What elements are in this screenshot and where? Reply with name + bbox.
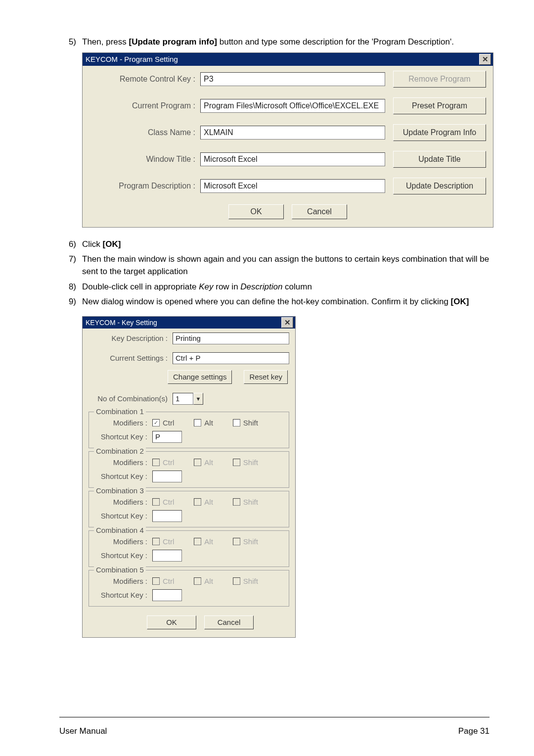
- dialog1-titlebar: KEYCOM - Program Setting ✕: [83, 53, 493, 66]
- current-settings-field[interactable]: Ctrl + P: [173, 352, 289, 364]
- cancel-button[interactable]: Cancel: [292, 204, 347, 219]
- dialog2-titlebar: KEYCOM - Key Setting ✕: [83, 317, 295, 329]
- ok-button[interactable]: OK: [228, 204, 284, 219]
- label-class-name: Class Name :: [89, 128, 200, 137]
- ctrl-checkbox[interactable]: ✓Ctrl: [152, 419, 174, 427]
- label-window-title: Window Title :: [89, 155, 200, 164]
- ctrl-checkbox: Ctrl: [152, 458, 174, 467]
- shortcut-key-field[interactable]: P: [152, 431, 182, 443]
- remote-control-key-field[interactable]: P3: [200, 72, 385, 86]
- no-of-combinations-select[interactable]: 1 ▼: [173, 393, 203, 405]
- cancel-button[interactable]: Cancel: [204, 615, 254, 629]
- shift-checkbox[interactable]: Shift: [233, 419, 258, 427]
- current-program-field[interactable]: Program Files\Microsoft Office\Office\EX…: [200, 99, 385, 113]
- step-5-text-a: Then, press: [82, 37, 129, 47]
- update-title-button[interactable]: Update Title: [393, 151, 486, 168]
- alt-checkbox: Alt: [194, 458, 213, 467]
- footer-rule: [59, 717, 490, 717]
- label-current-program: Current Program :: [89, 101, 200, 110]
- preset-program-button[interactable]: Preset Program: [393, 97, 486, 114]
- class-name-field[interactable]: XLMAIN: [200, 126, 385, 140]
- window-title-field[interactable]: Microsoft Excel: [200, 152, 385, 166]
- footer-left: User Manual: [59, 726, 107, 736]
- update-description-button[interactable]: Update Description: [393, 178, 486, 194]
- key-description-field[interactable]: Printing: [173, 332, 289, 344]
- combination-4-group: Combination 4 Modifiers : Ctrl Alt Shift…: [89, 530, 289, 567]
- combination-2-group: Combination 2 Modifiers : Ctrl Alt Shift…: [89, 451, 289, 488]
- reset-key-button[interactable]: Reset key: [244, 370, 288, 384]
- change-settings-button[interactable]: Change settings: [168, 370, 232, 384]
- close-icon[interactable]: ✕: [479, 54, 491, 65]
- shortcut-key-field: [152, 471, 182, 482]
- close-icon[interactable]: ✕: [281, 317, 293, 328]
- remove-program-button: Remove Program: [393, 71, 486, 88]
- step-5: 5) Then, press [Update program info] but…: [59, 36, 490, 48]
- shortcut-key-field: [152, 550, 182, 562]
- step-5-text-c: button and type some description for the…: [217, 37, 454, 47]
- label-remote-control-key: Remote Control Key :: [89, 75, 200, 84]
- program-setting-dialog: KEYCOM - Program Setting ✕ Remote Contro…: [82, 52, 493, 228]
- footer-right: Page 31: [458, 726, 490, 736]
- chevron-down-icon[interactable]: ▼: [193, 393, 203, 405]
- step-9: 9) New dialog window is opened where you…: [59, 296, 490, 308]
- step-7: 7) Then the main window is shown again a…: [59, 253, 490, 278]
- label-no-of-combinations: No of Combination(s): [89, 394, 173, 403]
- program-description-field[interactable]: Microsoft Excel: [200, 179, 385, 193]
- step-6: 6) Click [OK]: [59, 238, 490, 251]
- label-current-settings: Current Settings :: [89, 354, 173, 362]
- dialog2-title: KEYCOM - Key Setting: [86, 319, 157, 327]
- step-5-text-b: [Update program info]: [129, 37, 218, 47]
- alt-checkbox[interactable]: Alt: [194, 419, 213, 427]
- page-footer: User Manual Page 31: [59, 726, 490, 736]
- combination-5-group: Combination 5 Modifiers : Ctrl Alt Shift…: [89, 570, 289, 607]
- label-program-description: Program Description :: [89, 182, 200, 190]
- shift-checkbox: Shift: [233, 458, 258, 467]
- combination-3-group: Combination 3 Modifiers : Ctrl Alt Shift…: [89, 491, 289, 527]
- shortcut-key-field: [152, 589, 182, 601]
- label-key-description: Key Description :: [89, 334, 173, 342]
- shortcut-key-field: [152, 510, 182, 522]
- combination-1-group: Combination 1 Modifiers : ✓Ctrl Alt Shif…: [89, 412, 289, 448]
- step-8: 8) Double-click cell in appropriate Key …: [59, 281, 490, 293]
- update-program-info-button[interactable]: Update Program Info: [393, 124, 486, 141]
- key-setting-dialog: KEYCOM - Key Setting ✕ Key Description :…: [82, 316, 296, 638]
- dialog1-title: KEYCOM - Program Setting: [86, 55, 178, 63]
- ok-button[interactable]: OK: [147, 615, 196, 629]
